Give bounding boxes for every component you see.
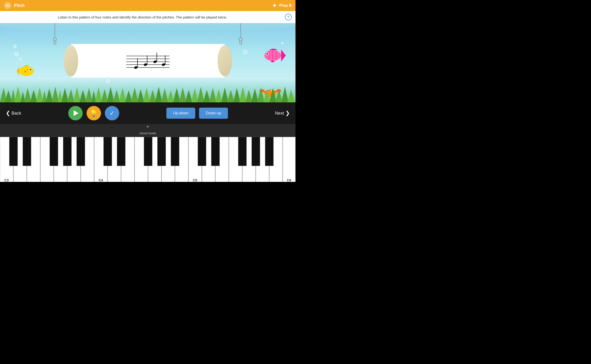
- svg-point-18: [30, 69, 31, 70]
- svg-marker-60: [101, 89, 108, 102]
- svg-marker-72: [173, 88, 180, 102]
- svg-marker-85: [251, 88, 259, 102]
- svg-rect-123: [104, 137, 112, 166]
- svg-point-7: [134, 66, 138, 69]
- svg-marker-47: [30, 90, 37, 102]
- help-button[interactable]: ?: [285, 14, 292, 20]
- svg-marker-87: [263, 90, 271, 102]
- hook-right: [239, 23, 243, 45]
- next-button[interactable]: Next ❯: [275, 110, 290, 116]
- svg-marker-48: [36, 87, 43, 102]
- scroll-banner: [64, 42, 232, 80]
- scroll-right-end: [218, 45, 232, 76]
- hook-left: [53, 23, 57, 45]
- svg-rect-116: [283, 137, 295, 182]
- check-button[interactable]: ✓: [105, 106, 119, 120]
- svg-marker-77: [203, 90, 210, 102]
- bubble: [14, 52, 19, 56]
- header-right: ✦ Prep B: [272, 2, 292, 9]
- svg-text:C5: C5: [193, 178, 197, 182]
- instruction-text: Listen to this pattern of four notes and…: [58, 15, 227, 19]
- answer-buttons: Up-down Down-up: [166, 108, 228, 119]
- app-title: Pitch: [14, 3, 25, 8]
- svg-point-27: [266, 53, 268, 55]
- check-icon: ✓: [110, 110, 114, 117]
- svg-marker-70: [161, 88, 168, 102]
- piano-keyboard: .wk { fill: white; stroke: #999; stroke-…: [0, 137, 295, 182]
- play-button[interactable]: [68, 106, 83, 120]
- star-icon: ✦: [272, 2, 277, 9]
- svg-rect-126: [158, 137, 166, 166]
- svg-rect-129: [211, 137, 219, 166]
- svg-point-11: [153, 60, 157, 63]
- svg-marker-71: [167, 90, 174, 102]
- svg-marker-64: [125, 90, 132, 102]
- play-icon: [73, 110, 78, 116]
- piano-toggle[interactable]: ▼: [0, 124, 295, 130]
- svg-rect-128: [198, 137, 206, 166]
- bubble: [19, 58, 22, 60]
- down-up-button[interactable]: Down-up: [199, 108, 228, 119]
- svg-rect-125: [144, 137, 152, 166]
- yellow-fish: [17, 64, 39, 78]
- next-arrow-icon: ❯: [286, 110, 290, 116]
- svg-marker-51: [52, 87, 59, 102]
- bubble: [282, 42, 284, 44]
- svg-marker-53: [61, 88, 68, 102]
- svg-marker-74: [185, 90, 192, 102]
- svg-marker-75: [191, 88, 198, 102]
- svg-marker-66: [137, 89, 144, 102]
- wave-top: [0, 23, 295, 33]
- svg-rect-131: [252, 137, 260, 166]
- piano-section: ▼ chord mode .wk { fill: white; stroke: …: [0, 124, 295, 182]
- svg-text:C6: C6: [287, 178, 291, 182]
- prep-badge: Prep B: [279, 3, 292, 8]
- svg-marker-59: [95, 87, 102, 102]
- piano-svg[interactable]: .wk { fill: white; stroke: #999; stroke-…: [0, 137, 295, 182]
- svg-marker-46: [24, 88, 31, 102]
- svg-marker-50: [46, 88, 53, 102]
- next-label: Next: [275, 111, 284, 116]
- svg-rect-119: [23, 137, 31, 166]
- lightbulb-icon: 💡: [89, 109, 98, 117]
- svg-marker-22: [281, 50, 286, 61]
- svg-point-15: [19, 66, 34, 76]
- controls-left: 💡 ✓: [68, 106, 119, 120]
- svg-marker-89: [275, 89, 283, 102]
- svg-marker-90: [281, 87, 289, 102]
- bubble: [243, 50, 247, 54]
- back-label: Back: [12, 111, 21, 116]
- svg-marker-54: [67, 89, 74, 102]
- header: ∞ Pitch ✦ Prep B: [0, 0, 295, 11]
- svg-rect-132: [265, 137, 273, 166]
- svg-text:∞: ∞: [6, 3, 9, 8]
- svg-marker-42: [5, 90, 12, 102]
- hint-button[interactable]: 💡: [86, 106, 101, 120]
- svg-point-20: [27, 69, 28, 70]
- svg-rect-121: [63, 137, 71, 166]
- svg-marker-82: [233, 88, 240, 102]
- svg-marker-16: [17, 66, 19, 76]
- svg-marker-81: [227, 90, 234, 102]
- instruction-bar: Listen to this pattern of four notes and…: [0, 11, 295, 23]
- chord-mode-label: chord mode: [139, 131, 156, 135]
- back-arrow-icon: ❮: [6, 110, 10, 116]
- up-down-button[interactable]: Up-down: [166, 108, 195, 119]
- svg-point-19: [24, 71, 26, 72]
- svg-point-9: [143, 63, 147, 66]
- back-button[interactable]: ❮ Back: [6, 110, 21, 116]
- svg-marker-63: [119, 88, 126, 102]
- controls-bar: ❮ Back 💡 ✓ Up-down Down-up Next ❯: [0, 102, 295, 124]
- app-logo: ∞: [4, 2, 12, 9]
- svg-marker-57: [85, 88, 93, 102]
- svg-marker-55: [73, 87, 80, 102]
- chord-mode-bar: chord mode: [0, 130, 295, 137]
- svg-rect-122: [77, 137, 85, 166]
- header-left: ∞ Pitch: [4, 2, 25, 9]
- ocean-scene: [0, 23, 295, 102]
- svg-rect-118: [9, 137, 18, 166]
- svg-marker-44: [14, 87, 22, 102]
- svg-rect-120: [50, 137, 58, 166]
- svg-marker-56: [79, 90, 86, 102]
- svg-marker-86: [257, 87, 265, 102]
